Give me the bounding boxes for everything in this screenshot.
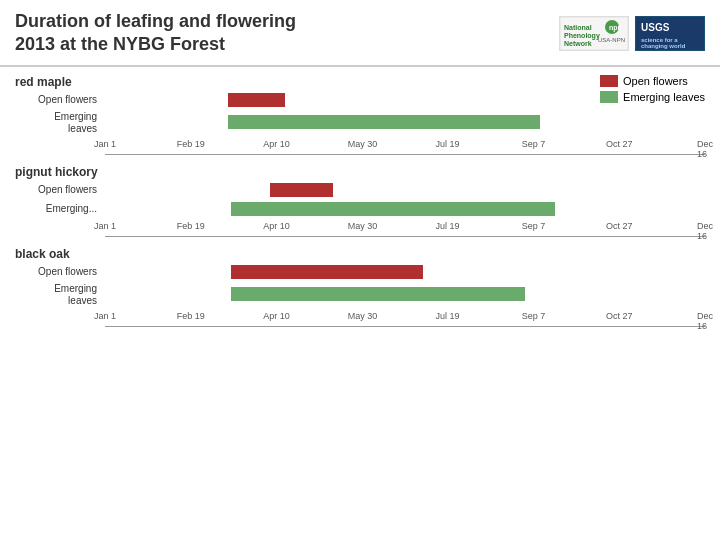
row-red-maple-leaves: Emergingleaves <box>15 110 705 136</box>
svg-text:National: National <box>564 24 592 31</box>
row-label-black-oak-leaves: Emergingleaves <box>15 283 105 307</box>
tick-sep7-1: Sep 7 <box>522 139 546 149</box>
axis-line-2 <box>105 236 705 237</box>
chart-area-black-oak-leaves <box>105 282 705 308</box>
tick-apr10-3: Apr 10 <box>263 311 290 321</box>
axis-labels-2: Jan 1 Feb 19 Apr 10 May 30 Jul 19 Sep 7 … <box>105 219 705 237</box>
tick-jan1-2: Jan 1 <box>94 221 116 231</box>
tick-feb19-3: Feb 19 <box>177 311 205 321</box>
bar-pignut-leaves <box>231 202 555 216</box>
axis-line-3 <box>105 326 705 327</box>
tick-sep7-3: Sep 7 <box>522 311 546 321</box>
axis-pignut: Jan 1 Feb 19 Apr 10 May 30 Jul 19 Sep 7 … <box>15 219 705 237</box>
bar-red-maple-flowers <box>228 93 285 107</box>
row-pignut-leaves: Emerging... <box>15 200 705 218</box>
legend-flowers-label: Open flowers <box>623 75 688 87</box>
chart-area-pignut-flowers <box>105 181 705 199</box>
tick-jul19-1: Jul 19 <box>436 139 460 149</box>
tick-jul19-2: Jul 19 <box>436 221 460 231</box>
tick-jul19-3: Jul 19 <box>436 311 460 321</box>
tick-jan1-3: Jan 1 <box>94 311 116 321</box>
page-title: Duration of leafing and flowering 2013 a… <box>15 10 296 57</box>
tick-oct27-2: Oct 27 <box>606 221 633 231</box>
bar-pignut-flowers <box>270 183 333 197</box>
svg-text:USA-NPN: USA-NPN <box>598 37 625 43</box>
title-line1: Duration of leafing and flowering <box>15 11 296 31</box>
axis-black-oak: Jan 1 Feb 19 Apr 10 May 30 Jul 19 Sep 7 … <box>15 309 705 327</box>
svg-text:Phenology: Phenology <box>564 32 600 40</box>
row-pignut-flowers: Open flowers <box>15 181 705 199</box>
tick-apr10-1: Apr 10 <box>263 139 290 149</box>
row-label-red-maple-leaves: Emergingleaves <box>15 111 105 135</box>
axis-labels-1: Jan 1 Feb 19 Apr 10 May 30 Jul 19 Sep 7 … <box>105 137 705 155</box>
usgs-logo: USGS science for a changing world <box>635 16 705 51</box>
section-pignut-hickory: pignut hickory Open flowers Emerging... … <box>15 165 705 237</box>
svg-text:Network: Network <box>564 40 592 47</box>
axis-red-maple: Jan 1 Feb 19 Apr 10 May 30 Jul 19 Sep 7 … <box>15 137 705 155</box>
npn-logo: National Phenology Network npn USA-NPN <box>559 16 629 51</box>
plant-label-black-oak: black oak <box>15 247 705 261</box>
flowers-swatch <box>600 75 618 87</box>
row-black-oak-leaves: Emergingleaves <box>15 282 705 308</box>
tick-dec16-3: Dec 16 <box>697 311 713 331</box>
bar-black-oak-flowers <box>231 265 423 279</box>
axis-line-1 <box>105 154 705 155</box>
tick-may30-3: May 30 <box>348 311 378 321</box>
section-black-oak: black oak Open flowers Emergingleaves Ja… <box>15 247 705 327</box>
chart-area-red-maple-flowers <box>105 91 705 109</box>
bar-red-maple-leaves <box>228 115 540 129</box>
svg-text:USGS: USGS <box>641 22 670 33</box>
axis-labels-3: Jan 1 Feb 19 Apr 10 May 30 Jul 19 Sep 7 … <box>105 309 705 327</box>
tick-may30-2: May 30 <box>348 221 378 231</box>
tick-oct27-1: Oct 27 <box>606 139 633 149</box>
tick-dec16-2: Dec 16 <box>697 221 713 241</box>
header: Duration of leafing and flowering 2013 a… <box>0 0 720 67</box>
bar-black-oak-leaves <box>231 287 525 301</box>
main-content: Open flowers Emerging leaves red maple O… <box>0 67 720 338</box>
tick-oct27-3: Oct 27 <box>606 311 633 321</box>
title-line2: 2013 at the NYBG Forest <box>15 34 225 54</box>
tick-sep7-2: Sep 7 <box>522 221 546 231</box>
row-label-black-oak-flowers: Open flowers <box>15 266 105 278</box>
tick-may30-1: May 30 <box>348 139 378 149</box>
svg-text:npn: npn <box>609 24 622 32</box>
legend-flowers: Open flowers <box>600 75 705 87</box>
row-label-pignut-leaves: Emerging... <box>15 203 105 215</box>
tick-feb19-1: Feb 19 <box>177 139 205 149</box>
chart-area-red-maple-leaves <box>105 110 705 136</box>
tick-apr10-2: Apr 10 <box>263 221 290 231</box>
row-black-oak-flowers: Open flowers <box>15 263 705 281</box>
row-label-pignut-flowers: Open flowers <box>15 184 105 196</box>
logos: National Phenology Network npn USA-NPN U… <box>559 16 705 51</box>
chart-area-pignut-leaves <box>105 200 705 218</box>
tick-jan1-1: Jan 1 <box>94 139 116 149</box>
tick-feb19-2: Feb 19 <box>177 221 205 231</box>
chart-area-black-oak-flowers <box>105 263 705 281</box>
row-label-red-maple-flowers: Open flowers <box>15 94 105 106</box>
plant-label-pignut-hickory: pignut hickory <box>15 165 705 179</box>
row-red-maple-flowers: Open flowers <box>15 91 705 109</box>
tick-dec16-1: Dec 16 <box>697 139 713 159</box>
svg-text:changing world: changing world <box>641 43 686 49</box>
